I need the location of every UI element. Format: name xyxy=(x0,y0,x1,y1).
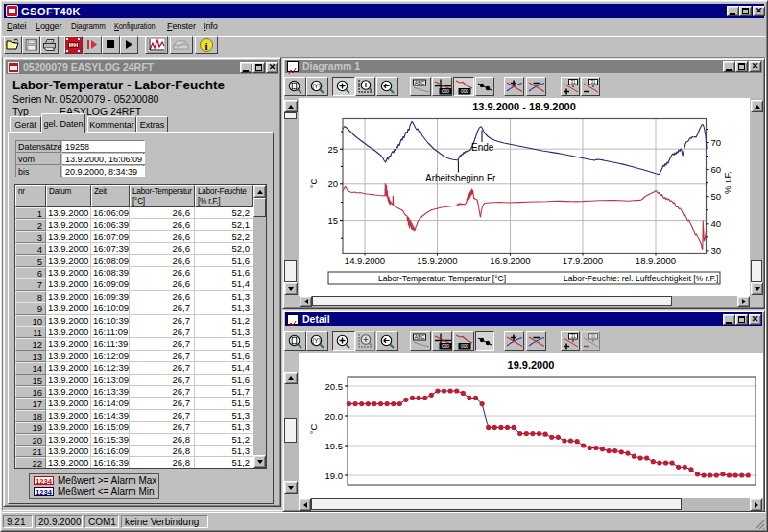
svg-text:Labor-Temperatur: Temperatur [: Labor-Temperatur: Temperatur [°C] xyxy=(378,274,506,283)
svg-text:40: 40 xyxy=(711,218,722,229)
svg-text:Labor-Feuchte: rel. Luftfeucht: Labor-Feuchte: rel. Luftfeuchtigkeit [% … xyxy=(564,274,718,283)
svg-text:18.9.2000: 18.9.2000 xyxy=(636,255,676,266)
svg-text:31: 31 xyxy=(590,334,596,339)
svg-text:20.0: 20.0 xyxy=(325,411,344,422)
svg-text:31: 31 xyxy=(570,334,576,339)
svg-text:(Y): (Y) xyxy=(312,83,321,90)
svg-text:15.9.2000: 15.9.2000 xyxy=(417,255,457,266)
svg-text:16.9.2000: 16.9.2000 xyxy=(490,255,530,266)
svg-text:Arbeitsbeginn Fr: Arbeitsbeginn Fr xyxy=(425,173,496,183)
svg-text:13.9.2000 - 18.9.2000: 13.9.2000 - 18.9.2000 xyxy=(472,101,576,112)
svg-text:25: 25 xyxy=(327,144,338,155)
svg-text:000: 000 xyxy=(461,344,468,349)
svg-text:17.9.2000: 17.9.2000 xyxy=(563,255,603,266)
svg-text:(Y): (Y) xyxy=(312,337,321,345)
svg-text:31: 31 xyxy=(570,80,576,85)
svg-text:000: 000 xyxy=(461,89,468,94)
svg-text:50: 50 xyxy=(711,191,722,202)
svg-text:14.9.2000: 14.9.2000 xyxy=(345,255,385,266)
svg-text:000: 000 xyxy=(441,344,448,349)
svg-text:°C: °C xyxy=(308,424,319,435)
svg-text:000: 000 xyxy=(441,89,448,94)
svg-text:°C: °C xyxy=(308,179,319,189)
svg-text:ABC: ABC xyxy=(415,80,425,85)
svg-text:15: 15 xyxy=(327,215,338,226)
svg-text:ABC: ABC xyxy=(415,334,425,340)
svg-text:% r.F.: % r.F. xyxy=(722,171,732,194)
svg-text:70: 70 xyxy=(711,137,722,148)
svg-text:19.9.2000: 19.9.2000 xyxy=(508,359,555,371)
svg-text:60: 60 xyxy=(711,164,722,175)
svg-text:Ende: Ende xyxy=(471,142,494,153)
svg-text:20: 20 xyxy=(327,179,338,189)
svg-text:19.0: 19.0 xyxy=(325,471,344,481)
svg-text:20.5: 20.5 xyxy=(325,381,344,392)
svg-text:31: 31 xyxy=(590,80,596,85)
svg-text:19.5: 19.5 xyxy=(325,441,344,451)
svg-text:30: 30 xyxy=(711,245,722,255)
